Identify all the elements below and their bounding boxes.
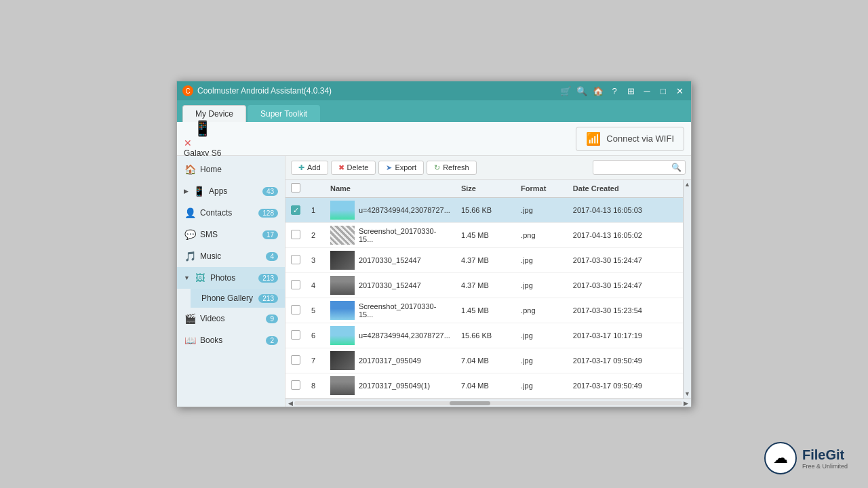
tab-super-toolkit[interactable]: Super Toolkit [248, 105, 320, 122]
table-row[interactable]: 5 Screenshot_20170330-15... 1.45 MB .png… [285, 298, 683, 323]
contacts-badge: 128 [258, 209, 278, 218]
connect-wifi-button[interactable]: 📶 Connect via WIFI [576, 127, 684, 151]
export-button[interactable]: ➤ Export [378, 161, 424, 175]
device-close-icon[interactable]: ✕ [184, 138, 192, 148]
sidebar-item-photos[interactable]: ▼ 🖼 Photos 213 [177, 267, 285, 289]
shopping-icon[interactable]: 🛒 [559, 86, 572, 96]
row-format: .jpg [515, 348, 568, 373]
row-check-6[interactable] [291, 355, 300, 365]
table-row[interactable]: 4 20170330_152447 4.37 MB .jpg 2017-03-3… [285, 273, 683, 298]
sidebar-item-apps[interactable]: ▶ 📱 Apps 43 [177, 180, 285, 202]
sidebar-label-books: Books [200, 336, 222, 345]
sidebar-sub-photos: Phone Gallery 213 [177, 289, 285, 308]
row-name: u=4287349944,23078727... [325, 198, 456, 223]
col-checkbox[interactable] [285, 180, 306, 198]
row-check-3[interactable] [291, 280, 300, 289]
row-checkbox[interactable]: ✓ [285, 198, 306, 223]
refresh-icon: ↻ [434, 163, 440, 172]
add-button[interactable]: ✚ Add [291, 161, 328, 175]
sms-badge: 17 [262, 230, 278, 239]
scroll-up-arrow[interactable]: ▲ [683, 180, 691, 189]
scroll-right-arrow[interactable]: ▶ [682, 400, 690, 407]
row-checkbox[interactable] [285, 348, 306, 373]
col-date[interactable]: Date Created [568, 180, 683, 198]
sidebar-item-videos[interactable]: 🎬 Videos 9 [177, 308, 285, 329]
col-name[interactable]: Name [325, 180, 456, 198]
row-check-2[interactable] [291, 255, 300, 264]
scroll-down-arrow[interactable]: ▼ [683, 389, 691, 399]
row-num: 1 [306, 198, 325, 223]
sidebar-label-music: Music [200, 251, 221, 261]
row-checkbox[interactable] [285, 273, 306, 298]
row-checkbox[interactable] [285, 223, 306, 248]
grid-icon[interactable]: ⊞ [625, 86, 637, 96]
horizontal-scrollbar[interactable]: ◀ ▶ [285, 399, 691, 407]
row-name: 20170317_095049(1) [325, 373, 456, 399]
sidebar-item-contacts[interactable]: 👤 Contacts 128 [177, 202, 285, 224]
refresh-button[interactable]: ↻ Refresh [427, 161, 477, 175]
delete-button[interactable]: ✖ Delete [331, 161, 376, 175]
search-box: 🔍 [593, 160, 686, 175]
row-name-text: 20170330_152447 [359, 281, 421, 289]
scrollbar-thumb[interactable] [450, 401, 490, 405]
wifi-button-label: Connect via WIFI [606, 134, 674, 144]
row-thumbnail [330, 301, 355, 320]
videos-icon: 🎬 [184, 312, 196, 325]
row-date: 2017-03-30 15:24:47 [568, 248, 683, 273]
row-check-1[interactable] [291, 230, 300, 239]
row-format: .jpg [515, 323, 568, 348]
help-icon[interactable]: ? [608, 86, 620, 96]
row-check-7[interactable] [291, 380, 300, 390]
row-name: Screenshot_20170330-15... [325, 298, 456, 323]
sidebar-label-photos: Photos [210, 273, 235, 283]
refresh-label: Refresh [443, 163, 469, 171]
nav-tabs: My Device Super Toolkit [177, 100, 691, 122]
filegit-text: FileGit Free & Unlimited [802, 447, 848, 470]
row-checkbox[interactable] [285, 323, 306, 348]
row-date: 2017-04-13 16:05:02 [568, 223, 683, 248]
search-input[interactable] [593, 161, 668, 174]
row-name: 20170330_152447 [325, 248, 456, 273]
col-size[interactable]: Size [456, 180, 515, 198]
table-row[interactable]: ✓ 1 u=4287349944,23078727... 15.66 KB .j… [285, 198, 683, 223]
minimize-button[interactable]: ─ [641, 86, 653, 96]
home-window-icon[interactable]: 🏠 [592, 86, 604, 96]
row-checkbox[interactable] [285, 248, 306, 273]
sidebar-label-sms: SMS [200, 230, 218, 239]
row-thumbnail [330, 201, 355, 220]
sms-icon: 💬 [184, 228, 196, 241]
select-all-checkbox[interactable] [291, 183, 300, 192]
sidebar-item-music[interactable]: 🎵 Music 4 [177, 245, 285, 267]
row-check-4[interactable] [291, 305, 300, 314]
table-row[interactable]: 7 20170317_095049 7.04 MB .jpg 2017-03-1… [285, 348, 683, 373]
maximize-button[interactable]: □ [657, 86, 669, 96]
row-check-5[interactable] [291, 330, 300, 340]
row-name-text: 20170317_095049(1) [359, 382, 430, 390]
export-label: Export [395, 163, 416, 171]
photos-icon: 🖼 [194, 272, 206, 284]
add-label: Add [307, 163, 321, 171]
close-button[interactable]: ✕ [673, 86, 686, 96]
sidebar-item-sms[interactable]: 💬 SMS 17 [177, 224, 285, 245]
row-name: u=4287349944,23078727... [325, 323, 456, 348]
col-format[interactable]: Format [515, 180, 568, 198]
sidebar-item-home[interactable]: 🏠 Home [177, 159, 285, 180]
scroll-left-arrow[interactable]: ◀ [287, 400, 294, 407]
search-window-icon[interactable]: 🔍 [576, 86, 588, 96]
device-bar: 📱 ✕ Galaxy S6 📶 Connect via WIFI [177, 122, 691, 156]
search-icon[interactable]: 🔍 [668, 161, 685, 174]
table-row[interactable]: 6 u=4287349944,23078727... 15.66 KB .jpg… [285, 323, 683, 348]
table-row[interactable]: 8 20170317_095049(1) 7.04 MB .jpg 2017-0… [285, 373, 683, 399]
home-icon: 🏠 [184, 163, 196, 176]
filegit-logo: ☁ FileGit Free & Unlimited [764, 442, 848, 474]
row-name: 20170330_152447 [325, 273, 456, 298]
table-row[interactable]: 2 Screenshot_20170330-15... 1.45 MB .png… [285, 223, 683, 248]
sidebar-item-phone-gallery[interactable]: Phone Gallery 213 [191, 289, 285, 308]
row-checkbox[interactable] [285, 373, 306, 399]
sidebar-item-books[interactable]: 📖 Books 2 [177, 329, 285, 351]
row-check-0[interactable]: ✓ [291, 205, 300, 215]
row-size: 4.37 MB [456, 273, 515, 298]
vertical-scrollbar[interactable]: ▲ ▼ [683, 180, 691, 399]
row-checkbox[interactable] [285, 298, 306, 323]
table-row[interactable]: 3 20170330_152447 4.37 MB .jpg 2017-03-3… [285, 248, 683, 273]
